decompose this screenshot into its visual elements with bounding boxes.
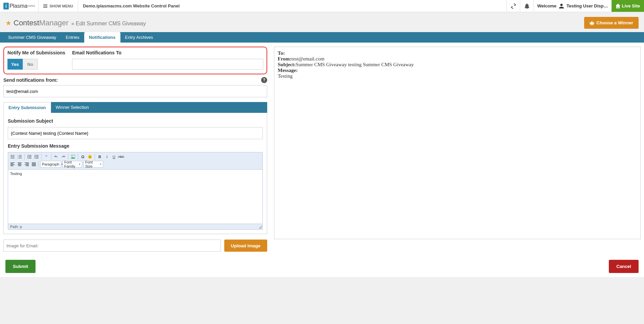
preview-message-value: Testing <box>278 73 637 79</box>
svg-point-24 <box>90 156 91 157</box>
submit-button[interactable]: Submit <box>5 260 36 273</box>
tab-winner-selection[interactable]: Winner Selection <box>51 102 94 113</box>
choose-winner-button[interactable]: Choose a Winner <box>584 17 639 29</box>
svg-rect-33 <box>25 163 29 163</box>
list-number-icon[interactable]: 123 <box>16 153 23 160</box>
logo-i-icon: i <box>3 3 9 9</box>
welcome-label: Welcome <box>537 3 556 8</box>
svg-rect-30 <box>18 164 21 164</box>
svg-rect-35 <box>25 165 29 165</box>
font-size-select[interactable]: Font Size <box>84 161 103 168</box>
show-menu-button[interactable]: SHOW MENU <box>39 0 78 12</box>
underline-icon[interactable]: U <box>111 153 117 160</box>
page-header: ★ ContestManager » Edit Summer CMS Givea… <box>0 12 644 32</box>
indent-icon[interactable] <box>33 153 40 160</box>
message-label: Entry Submission Message <box>8 143 263 149</box>
subject-label: Submission Subject <box>8 118 263 124</box>
top-bar: i Plasma CMS2 SHOW MENU Demo.iplasmacms.… <box>0 0 644 12</box>
cancel-button[interactable]: Cancel <box>609 260 639 273</box>
tab-entry-archives[interactable]: Entry Archives <box>120 32 158 43</box>
paragraph-select[interactable]: Paragraph <box>40 161 61 168</box>
upload-image-button[interactable]: Upload Image <box>224 240 267 252</box>
align-justify-icon[interactable] <box>30 161 37 168</box>
user-name: Testing User Disp… <box>567 3 608 8</box>
preview-subject-label: Subject: <box>278 62 296 67</box>
image-icon[interactable] <box>70 153 76 160</box>
outdent-icon[interactable] <box>26 153 33 160</box>
svg-text:3: 3 <box>18 157 19 159</box>
svg-rect-19 <box>34 158 39 158</box>
hamburger-icon <box>43 4 47 8</box>
svg-rect-25 <box>10 163 15 163</box>
svg-rect-36 <box>26 166 29 166</box>
site-title: Demo.iplasmacms.com Website Control Pane… <box>78 0 506 12</box>
svg-rect-18 <box>36 157 39 157</box>
svg-point-22 <box>88 155 92 159</box>
send-from-label: Send notifications from: <box>3 77 58 83</box>
app-title: ContestManager <box>14 19 69 27</box>
help-icon[interactable]: ? <box>261 77 267 83</box>
notify-toggle: Yes No <box>7 59 65 70</box>
content-area: Notify Me of Submissions Yes No Email No… <box>0 43 644 256</box>
svg-rect-37 <box>32 163 36 163</box>
emoji-icon[interactable] <box>87 153 93 160</box>
preview-from-label: From: <box>278 56 292 61</box>
image-for-email-input[interactable] <box>3 240 221 252</box>
welcome-user[interactable]: Welcome Testing User Disp… <box>533 0 611 12</box>
logo-text: Plasma <box>9 3 27 9</box>
svg-point-23 <box>89 156 90 157</box>
user-icon <box>558 3 565 9</box>
preview-from-value: test@email.com <box>292 56 325 61</box>
subject-input[interactable] <box>8 127 263 139</box>
svg-point-21 <box>72 156 72 156</box>
send-from-input[interactable] <box>3 85 267 97</box>
editor-path: Path: p <box>8 224 262 229</box>
tools-icon[interactable] <box>506 0 520 12</box>
svg-rect-5 <box>12 158 15 158</box>
bell-icon[interactable] <box>520 0 533 12</box>
tab-notifications[interactable]: Notifications <box>84 32 120 43</box>
svg-rect-14 <box>29 157 31 157</box>
sub-tabs: Entry Submission Winner Selection <box>3 102 267 113</box>
svg-rect-40 <box>32 166 36 166</box>
undo-icon[interactable] <box>53 153 60 160</box>
home-icon <box>616 4 620 8</box>
align-center-icon[interactable] <box>16 161 23 168</box>
italic-icon[interactable]: I <box>104 153 110 160</box>
email-to-input[interactable] <box>72 59 263 70</box>
live-site-button[interactable]: Live Site <box>612 0 644 12</box>
star-icon: ★ <box>5 19 12 27</box>
editor-body[interactable]: Testing <box>8 170 262 224</box>
highlight-box: Notify Me of Submissions Yes No Email No… <box>3 47 267 74</box>
special-char-icon[interactable]: Ω <box>79 153 86 160</box>
svg-rect-26 <box>10 164 13 164</box>
svg-point-2 <box>11 156 12 157</box>
strikethrough-icon[interactable]: ABC <box>118 153 124 160</box>
svg-rect-39 <box>32 165 36 165</box>
tab-summer-cms-giveaway[interactable]: Summer CMS Giveaway <box>3 32 61 43</box>
blockquote-icon[interactable]: “ <box>43 153 50 160</box>
svg-rect-38 <box>32 164 36 164</box>
svg-rect-29 <box>18 163 22 163</box>
main-tabs: Summer CMS Giveaway Entries Notification… <box>0 32 644 43</box>
align-left-icon[interactable] <box>9 161 16 168</box>
svg-rect-28 <box>10 166 13 166</box>
rich-text-editor: 123 “ Ω <box>8 152 263 230</box>
crown-icon <box>590 21 594 25</box>
notify-yes-button[interactable]: Yes <box>7 59 23 70</box>
breadcrumb: » Edit Summer CMS Giveaway <box>71 21 146 27</box>
svg-rect-34 <box>26 164 29 164</box>
tab-entry-submission[interactable]: Entry Submission <box>3 102 51 113</box>
align-right-icon[interactable] <box>23 161 30 168</box>
logo[interactable]: i Plasma CMS2 <box>0 0 39 12</box>
list-bullet-icon[interactable] <box>9 153 16 160</box>
svg-rect-12 <box>27 155 31 155</box>
logo-suffix: CMS2 <box>27 4 35 7</box>
bold-icon[interactable]: B <box>96 153 103 160</box>
svg-rect-17 <box>36 156 39 156</box>
svg-rect-3 <box>12 156 15 157</box>
font-family-select[interactable]: Font Family <box>63 161 82 168</box>
tab-entries[interactable]: Entries <box>61 32 84 43</box>
redo-icon[interactable] <box>60 153 67 160</box>
notify-no-button[interactable]: No <box>23 59 38 70</box>
